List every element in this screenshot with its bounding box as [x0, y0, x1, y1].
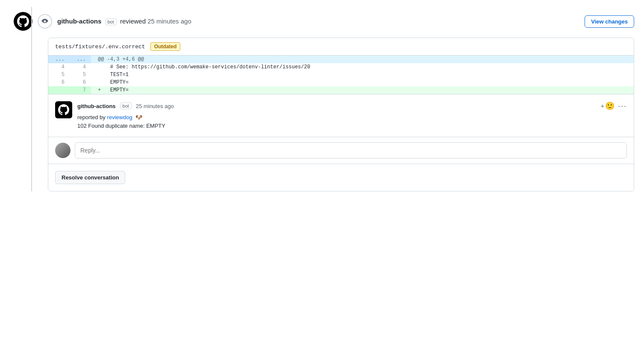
hunk-old-line: ...: [48, 56, 70, 63]
outdated-badge: Outdated: [150, 42, 181, 51]
reviewer-name: github-actions: [57, 18, 101, 25]
old-line-num: 4: [48, 63, 70, 71]
diff-code: TEST=1: [91, 71, 634, 79]
reply-user-avatar: [55, 143, 71, 158]
add-marker: +: [98, 87, 101, 93]
hunk-new-line: ...: [70, 56, 91, 63]
hunk-code: @@ -4,3 +4,6 @@: [91, 56, 634, 63]
new-line-num: 6: [70, 79, 91, 86]
review-action: reviewed: [120, 18, 147, 25]
comment-actions: + 🙂 ···: [601, 101, 627, 111]
eye-icon: [38, 14, 52, 29]
review-card: tests/fixtures/.env.correct Outdated ...…: [48, 38, 634, 191]
review-content: tests/fixtures/.env.correct Outdated ...…: [48, 38, 634, 191]
old-line-num: 5: [48, 71, 70, 79]
plus-label: +: [601, 103, 604, 109]
file-header: tests/fixtures/.env.correct Outdated: [48, 38, 634, 56]
new-line-num: 4: [70, 63, 91, 71]
table-row: 4 4 # See: https://github.com/wemake-ser…: [48, 63, 634, 71]
table-row: 7 + EMPTY=: [48, 86, 634, 94]
resolve-conversation-button[interactable]: Resolve conversation: [55, 171, 125, 184]
reply-input[interactable]: [75, 142, 627, 159]
comment-text: reported by reviewdog 🐶 102 Found duplic…: [77, 113, 627, 130]
reply-section: [48, 137, 634, 164]
comment-section: github-actions bot 25 minutes ago + 🙂 ··…: [48, 94, 634, 137]
review-header: github-actions bot reviewed 25 minutes a…: [14, 7, 634, 38]
table-row: 6 6 EMPTY=: [48, 79, 634, 86]
view-changes-button[interactable]: View changes: [585, 15, 634, 28]
bot-badge: bot: [105, 18, 117, 25]
github-logo: [14, 12, 32, 31]
reviewdog-link[interactable]: reviewdog: [107, 114, 132, 120]
reaction-button[interactable]: + 🙂: [601, 101, 615, 111]
more-options-button[interactable]: ···: [618, 102, 627, 111]
reported-by-prefix: reported by: [77, 114, 107, 120]
diff-code: # See: https://github.com/wemake-service…: [91, 63, 634, 71]
file-path: tests/fixtures/.env.correct: [55, 44, 145, 50]
reviewdog-emoji: 🐶: [135, 114, 142, 120]
diff-table: ... ... @@ -4,3 +4,6 @@ 4 4 # See: https…: [48, 56, 634, 94]
review-time: 25 minutes ago: [147, 18, 191, 25]
diff-view: ... ... @@ -4,3 +4,6 @@ 4 4 # See: https…: [48, 56, 634, 94]
comment-row: github-actions bot 25 minutes ago + 🙂 ··…: [55, 101, 627, 130]
avatar-image: [55, 143, 71, 158]
resolve-section: Resolve conversation: [48, 164, 634, 191]
smiley-icon: 🙂: [605, 101, 615, 111]
old-line-num: 6: [48, 79, 70, 86]
new-line-num: 5: [70, 71, 91, 79]
table-row: 5 5 TEST=1: [48, 71, 634, 79]
diff-code: EMPTY=: [91, 79, 634, 86]
diff-code-added: + EMPTY=: [91, 86, 634, 94]
comment-header: github-actions bot 25 minutes ago + 🙂 ··…: [77, 101, 627, 111]
commenter-avatar: [55, 101, 72, 118]
comment-time: 25 minutes ago: [136, 103, 174, 109]
comment-author: github-actions: [77, 103, 116, 109]
timeline-line: [31, 7, 32, 191]
comment-message: 102 Found duplicate name: EMPTY: [77, 123, 165, 129]
diff-hunk-row: ... ... @@ -4,3 +4,6 @@: [48, 56, 634, 63]
old-line-num: [48, 86, 70, 94]
new-line-num: 7: [70, 86, 91, 94]
review-title: github-actions bot reviewed 25 minutes a…: [57, 18, 579, 25]
comment-body: github-actions bot 25 minutes ago + 🙂 ··…: [77, 101, 627, 130]
comment-bot-badge: bot: [120, 103, 132, 109]
